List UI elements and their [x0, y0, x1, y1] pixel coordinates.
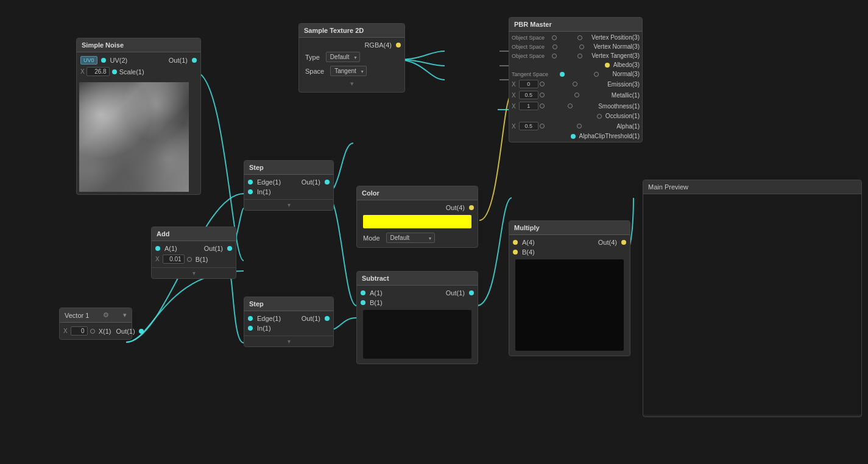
subtract-preview [363, 310, 471, 359]
vec-out-dot [139, 329, 144, 334]
uv-label: UV(2) [110, 57, 128, 64]
albedo-label: Albedo(3) [613, 62, 640, 68]
add-b-label: B(1) [196, 256, 208, 263]
main-preview-header: Main Preview [643, 180, 861, 194]
multiply-preview [515, 259, 624, 351]
mode-label: Mode [363, 234, 380, 242]
pbr-emission-in [540, 82, 545, 86]
step1-edge-label: Edge(1) [257, 178, 281, 186]
sub-b-dot [361, 300, 365, 305]
metallic-input[interactable] [519, 91, 538, 99]
simple-noise-node: Simple Noise UV0 UV(2) Out(1) X Scale(1) [76, 38, 201, 195]
vec-out-label: Out(1) [116, 328, 135, 335]
step2-edge-dot [248, 316, 253, 321]
pbr-vn-in [552, 44, 557, 49]
smoothness-label: Smoothness(1) [598, 103, 640, 110]
vertex-pos-label: Vertex Position(3) [591, 34, 640, 41]
pbr-emission-out [573, 82, 577, 86]
step1-header: Step [244, 161, 333, 175]
step1-edge-dot [248, 180, 253, 185]
type-dropdown[interactable]: Default [326, 52, 360, 62]
mult-out-dot [621, 240, 626, 245]
step2-in-dot [248, 326, 253, 331]
pbr-metallic-in [540, 93, 545, 97]
pbr-occ-out [597, 114, 602, 119]
vec-x-input[interactable] [71, 326, 88, 336]
mode-dropdown[interactable]: Default [386, 233, 435, 243]
step2-in-label: In(1) [257, 325, 271, 332]
sample-texture-expand[interactable]: ▾ [350, 80, 354, 88]
add-out-label: Out(1) [204, 245, 223, 252]
sub-out-label: Out(1) [446, 289, 465, 297]
main-preview-body [643, 194, 861, 415]
emission-label: Emission(3) [607, 81, 640, 88]
step1-footer[interactable]: ▾ [244, 199, 333, 210]
pbr-alphaclip-dot [571, 134, 576, 139]
scale-label: Scale(1) [119, 68, 144, 76]
uv-badge[interactable]: UV0 [80, 56, 97, 65]
pbr-vs-in [552, 35, 557, 40]
color-header: Color [357, 186, 478, 200]
add-node: Add A(1) Out(1) X B(1) ▾ [151, 227, 236, 279]
obj-space-2: Object Space [512, 44, 545, 50]
color-swatch[interactable] [363, 215, 471, 228]
vector1-title: Vector 1 [65, 312, 89, 319]
pbr-smooth-out [568, 104, 573, 108]
rgba-dot [396, 43, 401, 47]
pbr-vt-out [577, 54, 582, 58]
step1-in-label: In(1) [257, 188, 271, 195]
alphaclip-label: AlphaClipThreshold(1) [579, 133, 640, 139]
color-node: Color Out(4) Mode Default [356, 186, 478, 248]
pbr-metallic-out [574, 93, 579, 97]
sub-out-dot [469, 290, 474, 295]
pbr-vn-out [579, 44, 584, 49]
vector1-header: Vector 1 ⚙ ▾ [60, 308, 132, 323]
normal-label: Normal(3) [613, 71, 640, 77]
sample-texture-header: Sample Texture 2D [299, 24, 404, 38]
alpha-input[interactable] [519, 122, 538, 130]
add-b-dot [187, 257, 192, 262]
multiply-node: Multiply A(4) Out(4) B(4) [509, 220, 630, 356]
obj-space-3: Object Space [512, 53, 545, 59]
tangent-space: Tangent Space [512, 71, 548, 77]
space-label: Space [305, 68, 324, 75]
uv-port-dot [101, 58, 106, 63]
step2-out-dot [325, 316, 330, 321]
add-header: Add [152, 227, 236, 241]
pbr-normal-out [594, 72, 599, 77]
step2-footer[interactable]: ▾ [244, 336, 333, 346]
gear-icon[interactable]: ⚙ [103, 311, 109, 319]
vector1-node: Vector 1 ⚙ ▾ X X(1) Out(1) [59, 308, 132, 340]
pbr-smooth-in [540, 104, 545, 108]
metallic-label: Metallic(1) [612, 92, 640, 99]
emission-input[interactable] [519, 80, 538, 88]
add-b-input[interactable] [163, 255, 185, 264]
vec-x-label: X [63, 328, 68, 334]
scale-x-label: X [80, 68, 85, 75]
step1-in-dot [248, 189, 253, 194]
rgba-label: RGBA(4) [364, 41, 392, 49]
step1-out-label: Out(1) [302, 178, 320, 186]
scale-port-dot [112, 69, 117, 74]
color-out-label: Out(4) [446, 204, 465, 211]
color-out-dot [469, 205, 474, 210]
mult-a-dot [513, 240, 518, 245]
pbr-vt-in [552, 54, 557, 58]
out1-dot [192, 58, 197, 63]
space-dropdown[interactable]: Tangent [330, 66, 367, 76]
mult-b-label: B(4) [522, 248, 535, 256]
step1-out-dot [325, 180, 330, 185]
smoothness-input[interactable] [519, 102, 538, 110]
scale-input[interactable] [86, 67, 110, 76]
add-out-dot [227, 246, 232, 251]
occlusion-label: Occlusion(1) [605, 113, 640, 119]
multiply-header: Multiply [509, 221, 630, 235]
step2-edge-label: Edge(1) [257, 315, 281, 322]
alpha-label: Alpha(1) [616, 123, 640, 130]
add-a-label: A(1) [164, 245, 177, 252]
obj-space-1: Object Space [512, 35, 545, 41]
caret-icon[interactable]: ▾ [123, 311, 127, 319]
mult-a-label: A(4) [522, 239, 535, 246]
add-footer[interactable]: ▾ [152, 267, 236, 278]
sample-texture-node: Sample Texture 2D RGBA(4) Type Default S… [298, 23, 405, 93]
